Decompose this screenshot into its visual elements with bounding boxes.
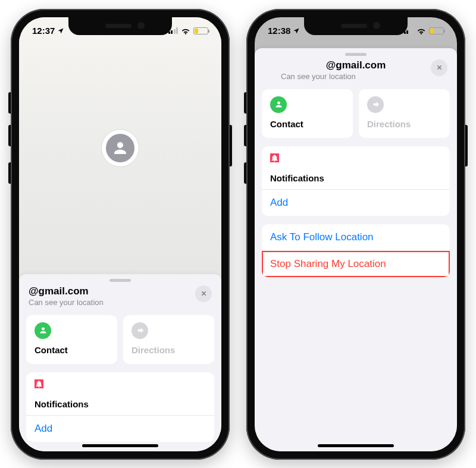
notifications-card: Notifications Add xyxy=(26,372,214,442)
iphone-left-frame: 12:37 @gmail.com xyxy=(11,9,230,460)
sheet-title: @gmail.com xyxy=(281,59,431,71)
directions-icon xyxy=(367,96,384,113)
contact-card[interactable]: Contact xyxy=(262,89,353,138)
notifications-title: Notifications xyxy=(35,399,89,409)
notifications-card: Notifications Add xyxy=(262,146,450,216)
notch xyxy=(68,17,172,35)
bell-icon xyxy=(35,379,43,388)
sheet-header: @gmail.com Can see your location xyxy=(262,59,450,87)
directions-card: Directions xyxy=(123,315,214,364)
action-cards-row: Contact Directions xyxy=(26,315,214,364)
home-indicator[interactable] xyxy=(318,444,394,447)
battery-fill xyxy=(195,29,198,33)
location-services-icon xyxy=(293,27,300,34)
battery-fill xyxy=(430,29,434,33)
location-services-icon xyxy=(57,27,64,34)
wifi-icon xyxy=(416,27,426,34)
person-icon xyxy=(35,322,51,339)
map-area[interactable] xyxy=(19,17,221,279)
sheet-subtitle: Can see your location xyxy=(281,72,431,81)
screen-right: 12:38 @gmail.com Can see your location xyxy=(255,17,457,451)
contact-card-label: Contact xyxy=(35,345,109,355)
iphone-right-frame: 12:38 @gmail.com Can see your location xyxy=(246,9,465,460)
sheet-title: @gmail.com xyxy=(29,285,104,297)
action-cards-row: Contact Directions xyxy=(262,89,450,138)
directions-card-label: Directions xyxy=(367,119,441,129)
directions-card: Directions xyxy=(359,89,450,138)
status-time: 12:38 xyxy=(268,26,290,36)
add-notification-button[interactable]: Add xyxy=(26,415,214,442)
add-notification-button[interactable]: Add xyxy=(262,189,450,216)
close-button[interactable] xyxy=(195,285,212,302)
sheet-subtitle: Can see your location xyxy=(29,298,104,307)
battery-icon xyxy=(429,27,444,34)
contact-card-label: Contact xyxy=(270,119,345,129)
battery-icon xyxy=(193,27,208,34)
wifi-icon xyxy=(181,27,190,34)
close-icon xyxy=(201,290,207,297)
ask-to-follow-location-button[interactable]: Ask To Follow Location xyxy=(262,224,450,250)
person-detail-sheet-expanded[interactable]: @gmail.com Can see your location Contact xyxy=(255,48,457,451)
close-icon xyxy=(436,64,443,71)
person-pin[interactable] xyxy=(101,129,139,167)
contact-card[interactable]: Contact xyxy=(26,315,117,364)
status-time: 12:37 xyxy=(32,26,55,36)
directions-icon xyxy=(131,322,148,339)
location-actions-card: Ask To Follow Location Stop Sharing My L… xyxy=(262,224,450,277)
directions-card-label: Directions xyxy=(131,345,206,355)
notifications-header: Notifications xyxy=(262,146,450,189)
person-detail-sheet[interactable]: @gmail.com Can see your location Contact xyxy=(19,274,221,451)
person-icon xyxy=(270,96,287,113)
sheet-header: @gmail.com Can see your location xyxy=(26,285,214,313)
avatar-placeholder-icon xyxy=(106,134,134,162)
screen-left: 12:37 @gmail.com xyxy=(19,17,221,451)
notifications-title: Notifications xyxy=(270,173,324,183)
sheet-grabber[interactable] xyxy=(109,279,131,282)
home-indicator[interactable] xyxy=(82,444,158,447)
notifications-header: Notifications xyxy=(26,372,214,415)
bell-icon xyxy=(270,153,279,162)
notch xyxy=(304,17,408,35)
sheet-grabber[interactable] xyxy=(345,53,367,56)
close-button[interactable] xyxy=(431,59,447,76)
stop-sharing-my-location-button[interactable]: Stop Sharing My Location xyxy=(262,250,450,277)
